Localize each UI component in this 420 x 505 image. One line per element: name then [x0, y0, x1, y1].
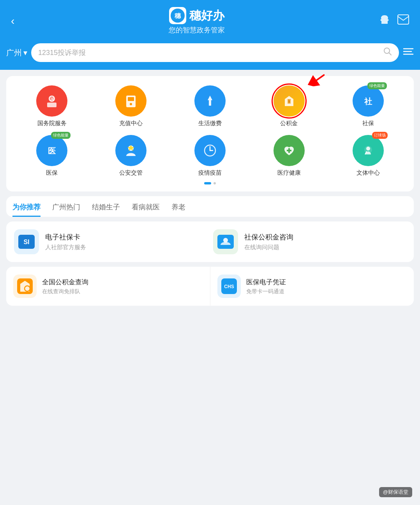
guowuyuan-icon: 国 — [36, 85, 67, 117]
city-arrow-icon: ▾ — [23, 48, 27, 57]
service-gongan[interactable]: 公安交管 — [92, 135, 171, 177]
wenti-icon — [353, 135, 384, 166]
yiliao-icon — [274, 135, 305, 166]
services-grid: 国 国务院服务 充值中心 生 — [12, 85, 408, 177]
search-icon — [383, 47, 392, 58]
yiqing-icon — [194, 135, 226, 166]
svg-text:¥: ¥ — [288, 98, 291, 104]
list-section: SI 电子社保卡 人社部官方服务 社保公积金咨询 在线询问问题 — [6, 221, 414, 262]
yibao-label: 医保 — [46, 169, 58, 177]
menu-icon[interactable] — [403, 47, 414, 58]
svg-text:国: 国 — [50, 97, 54, 101]
tab-jiuyi[interactable]: 看病就医 — [132, 202, 160, 217]
svg-text:穗: 穗 — [174, 12, 181, 19]
header-center: 穗 穗好办 您的智慧政务管家 — [169, 7, 225, 35]
tabs-row: 为你推荐 广州热门 结婚生子 看病就医 养老 — [12, 202, 408, 217]
gongjijin-query-item[interactable]: 全国公积金查询 在线查询免排队 — [6, 267, 210, 306]
shebao-card-title: 电子社保卡 — [45, 232, 207, 242]
shebao-icon: 社 — [353, 85, 384, 117]
gongjijin-query-icon — [13, 275, 37, 298]
yibao-icon: 医 — [36, 135, 67, 166]
service-gongjijin[interactable]: ¥ 公积金 — [249, 85, 328, 127]
shebao-consult-icon-wrap — [213, 229, 238, 254]
tab-hunyin[interactable]: 结婚生子 — [92, 202, 120, 217]
shebao-card-icon-wrap: SI — [14, 229, 39, 254]
shebao-card-sub: 人社部官方服务 — [45, 244, 207, 251]
shebao-consult-title: 社保公积金咨询 — [244, 232, 406, 242]
svg-text:CHS: CHS — [224, 284, 234, 289]
header-icons — [379, 14, 409, 28]
service-yiqing[interactable]: 疫情疫苗 — [171, 135, 250, 177]
gongan-label: 公安交管 — [119, 169, 143, 177]
search-area: 广州 ▾ 12315投诉举报 — [0, 39, 420, 70]
two-col-row: 全国公积金查询 在线查询免排队 CHS 医保电子凭证 免带卡一码通道 — [6, 267, 414, 306]
tab-guangzhou[interactable]: 广州热门 — [52, 202, 80, 217]
shebao-badge: 绿色能量 — [367, 82, 387, 89]
watermark: @财保语堂 — [379, 487, 412, 497]
app-subtitle: 您的智慧政务管家 — [169, 25, 225, 35]
gongjijin-query-text: 全国公积金查询 在线查询免排队 — [42, 278, 88, 295]
wenti-label: 文体中心 — [356, 169, 380, 177]
shenghuo-label: 生活缴费 — [198, 120, 222, 127]
city-selector[interactable]: 广州 ▾ — [6, 48, 27, 58]
svg-point-24 — [223, 238, 228, 243]
shebao-consult-text: 社保公积金咨询 在线询问问题 — [244, 232, 406, 251]
svg-rect-9 — [128, 97, 134, 101]
service-shebao[interactable]: 社 绿色能量 社保 — [328, 85, 408, 127]
service-yibao[interactable]: 医 绿色能量 医保 — [12, 135, 92, 177]
tabs-section: 为你推荐 广州热门 结婚生子 看病就医 养老 — [6, 196, 414, 217]
gongjijin-label: 公积金 — [280, 120, 298, 127]
svg-marker-11 — [208, 96, 212, 100]
back-button[interactable]: ‹ — [11, 15, 14, 27]
svg-point-10 — [130, 103, 132, 105]
gongjijin-icon: ¥ — [274, 85, 305, 117]
svg-rect-12 — [209, 100, 211, 106]
svg-text:SI: SI — [23, 239, 29, 245]
gongan-icon — [115, 135, 146, 166]
svg-rect-2 — [398, 15, 409, 24]
yiliao-label: 医疗健康 — [277, 169, 301, 177]
chongzhi-label: 充值中心 — [119, 120, 143, 127]
search-placeholder: 12315投诉举报 — [38, 48, 380, 57]
svg-text:医: 医 — [48, 147, 56, 155]
guowuyuan-label: 国务院服务 — [37, 120, 67, 127]
yibao-badge: 绿色能量 — [51, 132, 71, 139]
yibao-cert-icon: CHS — [217, 275, 241, 298]
service-wenti[interactable]: 订球场 文体中心 — [328, 135, 408, 177]
service-shenghuo[interactable]: 生活缴费 — [171, 85, 250, 127]
service-yiliao[interactable]: 医疗健康 — [249, 135, 328, 177]
mail-icon[interactable] — [397, 14, 409, 27]
yibao-cert-item[interactable]: CHS 医保电子凭证 免带卡一码通道 — [210, 267, 414, 306]
list-item-shebao[interactable]: SI 电子社保卡 人社部官方服务 社保公积金咨询 在线询问问题 — [6, 221, 414, 262]
svg-rect-7 — [47, 103, 56, 107]
app-logo: 穗 — [169, 7, 186, 24]
app-title-row: 穗 穗好办 — [169, 7, 224, 24]
pagination-dots — [12, 182, 408, 184]
tab-recommend[interactable]: 为你推荐 — [12, 202, 41, 217]
dot-active — [204, 182, 211, 184]
service-guowuyuan[interactable]: 国 国务院服务 — [12, 85, 92, 127]
shenghuo-icon — [194, 85, 226, 117]
shebao-label: 社保 — [362, 120, 374, 127]
svg-point-20 — [366, 147, 370, 151]
services-card: 国 国务院服务 充值中心 生 — [6, 76, 414, 191]
shebao-card-text: 电子社保卡 人社部官方服务 — [45, 232, 207, 251]
search-box[interactable]: 12315投诉举报 — [31, 43, 399, 62]
tree-icon[interactable] — [379, 14, 390, 28]
tab-yanglao[interactable]: 养老 — [171, 202, 185, 217]
header: ‹ 穗 穗好办 您的智慧政务管家 — [0, 0, 420, 70]
chongzhi-icon — [115, 85, 146, 117]
app-title: 穗好办 — [189, 8, 224, 24]
city-name: 广州 — [6, 48, 22, 58]
service-chongzhi[interactable]: 充值中心 — [92, 85, 171, 127]
yiqing-label: 疫情疫苗 — [198, 169, 222, 177]
dot-inactive — [214, 182, 216, 184]
shebao-consult-sub: 在线询问问题 — [244, 244, 406, 251]
two-col-list: 全国公积金查询 在线查询免排队 CHS 医保电子凭证 免带卡一码通道 — [6, 267, 414, 306]
wenti-badge: 订球场 — [372, 132, 388, 139]
yibao-cert-text: 医保电子凭证 免带卡一码通道 — [246, 278, 286, 295]
header-top: ‹ 穗 穗好办 您的智慧政务管家 — [0, 0, 420, 39]
svg-text:社: 社 — [364, 97, 372, 106]
